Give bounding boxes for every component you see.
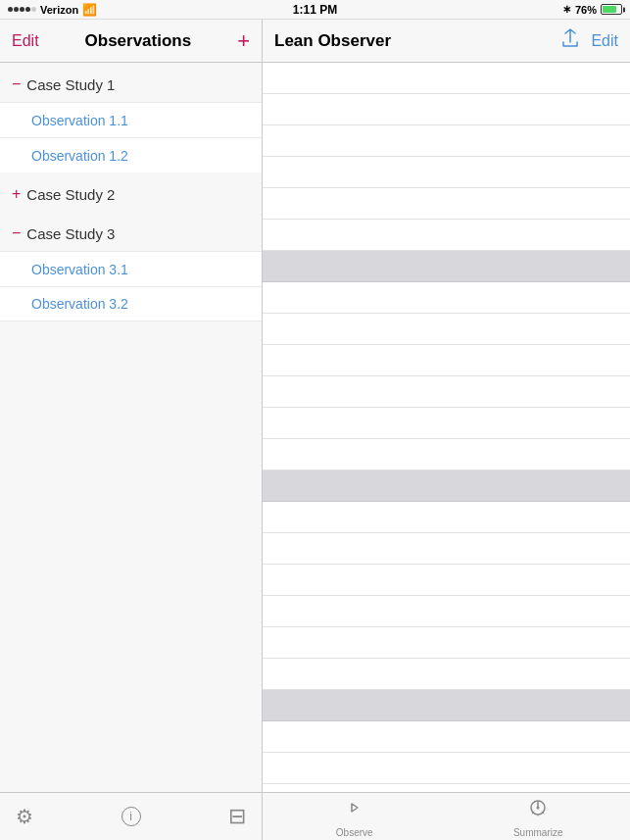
- case-study-1-row[interactable]: − Case Study 1: [0, 67, 262, 102]
- observation-3-2-label: Observation 3.2: [31, 296, 128, 312]
- folder-icon[interactable]: ⊟: [228, 804, 246, 829]
- right-content-area: [263, 63, 630, 792]
- paper-line: [263, 596, 630, 627]
- edit-button[interactable]: Edit: [12, 32, 39, 50]
- case-study-1-toggle: −: [12, 75, 21, 93]
- case-study-3-toggle: −: [12, 224, 21, 242]
- summarize-tab-label: Summarize: [513, 827, 563, 838]
- observe-icon: [343, 796, 366, 825]
- section-divider-3: [263, 690, 630, 721]
- observation-3-1-row[interactable]: Observation 3.1: [0, 251, 262, 286]
- add-button[interactable]: +: [237, 30, 250, 52]
- case-study-3-row[interactable]: − Case Study 3: [0, 216, 262, 251]
- paper-line: [263, 125, 630, 157]
- info-icon[interactable]: i: [121, 807, 141, 826]
- case-study-2-row[interactable]: + Case Study 2: [0, 176, 262, 212]
- left-panel: Edit Observations + − Case Study 1 Obser…: [0, 20, 263, 840]
- left-nav-bar: Edit Observations +: [0, 20, 262, 63]
- paper-line: [263, 376, 630, 408]
- wifi-icon: 📶: [82, 3, 97, 17]
- paper-line: [263, 533, 630, 565]
- paper-line: [263, 157, 630, 188]
- observation-3-2-row[interactable]: Observation 3.2: [0, 286, 262, 321]
- svg-point-2: [537, 806, 540, 809]
- right-edit-button[interactable]: Edit: [591, 32, 618, 50]
- bluetooth-icon: ∗: [562, 3, 571, 16]
- case-study-2-toggle: +: [12, 185, 21, 203]
- paper-line: [263, 63, 630, 94]
- paper-line: [263, 753, 630, 784]
- tab-summarize[interactable]: Summarize: [447, 796, 631, 838]
- battery-icon: [601, 4, 622, 15]
- tab-observe[interactable]: Observe: [263, 796, 447, 838]
- paper-line: [263, 784, 630, 792]
- paper-line: [263, 314, 630, 345]
- observation-1-1-row[interactable]: Observation 1.1: [0, 102, 262, 137]
- case-study-2-label: Case Study 2: [26, 186, 115, 203]
- main-layout: Edit Observations + − Case Study 1 Obser…: [0, 20, 630, 840]
- paper-line: [263, 627, 630, 659]
- summarize-icon: [526, 796, 550, 825]
- paper-line: [263, 502, 630, 533]
- observations-list: − Case Study 1 Observation 1.1 Observati…: [0, 63, 262, 792]
- tab-bar: Observe Summarize: [263, 792, 630, 840]
- observation-3-1-label: Observation 3.1: [31, 262, 128, 277]
- section-divider-2: [263, 470, 630, 502]
- paper-line: [263, 439, 630, 470]
- right-nav-actions: Edit: [561, 28, 618, 53]
- status-bar: Verizon 📶 1:11 PM ∗ 76%: [0, 0, 630, 20]
- paper-line: [263, 220, 630, 251]
- paper-line: [263, 94, 630, 125]
- left-panel-title: Observations: [85, 31, 192, 51]
- paper-line: [263, 345, 630, 376]
- observe-tab-label: Observe: [336, 827, 373, 838]
- observation-1-2-row[interactable]: Observation 1.2: [0, 137, 262, 173]
- paper-line: [263, 721, 630, 753]
- status-left: Verizon 📶: [8, 3, 97, 17]
- share-icon[interactable]: [561, 28, 579, 53]
- right-panel: Lean Observer Edit: [263, 20, 630, 840]
- observation-1-1-label: Observation 1.1: [31, 113, 128, 128]
- settings-icon[interactable]: ⚙: [16, 805, 33, 828]
- right-nav-bar: Lean Observer Edit: [263, 20, 630, 63]
- observation-1-2-label: Observation 1.2: [31, 148, 128, 164]
- paper-line: [263, 659, 630, 690]
- battery-percent: 76%: [575, 4, 597, 16]
- paper-line: [263, 188, 630, 220]
- left-footer: ⚙ i ⊟: [0, 792, 262, 840]
- paper-line: [263, 282, 630, 314]
- signal-icon: [8, 7, 36, 12]
- right-panel-title: Lean Observer: [274, 31, 391, 51]
- paper-line: [263, 565, 630, 596]
- paper-line: [263, 408, 630, 439]
- case-study-3-label: Case Study 3: [26, 225, 115, 242]
- status-right: ∗ 76%: [562, 3, 622, 16]
- section-divider-1: [263, 251, 630, 282]
- carrier-label: Verizon: [40, 4, 78, 16]
- status-time: 1:11 PM: [293, 3, 337, 17]
- case-study-1-label: Case Study 1: [26, 76, 115, 93]
